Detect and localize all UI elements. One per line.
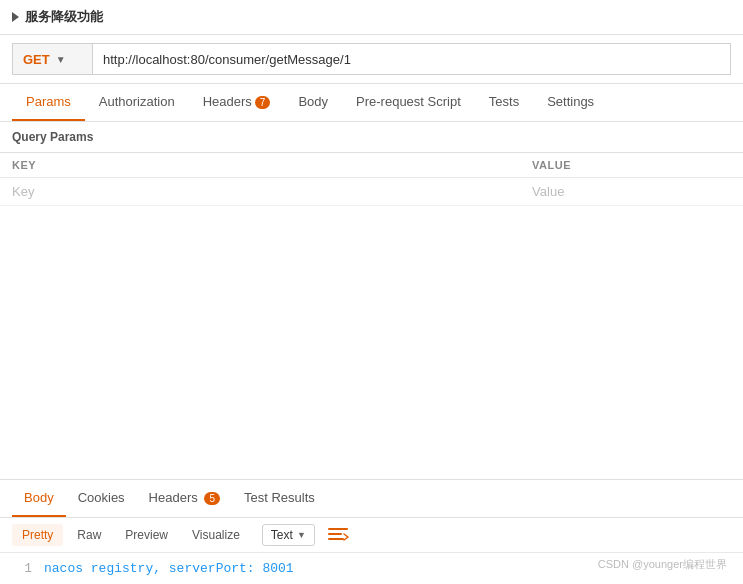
format-raw[interactable]: Raw [67, 524, 111, 546]
tab-headers[interactable]: Headers7 [189, 84, 285, 121]
chevron-down-icon: ▼ [297, 530, 306, 540]
tab-response-headers[interactable]: Headers 5 [137, 480, 232, 517]
tab-cookies[interactable]: Cookies [66, 480, 137, 517]
url-input[interactable] [92, 43, 731, 75]
tab-authorization[interactable]: Authorization [85, 84, 189, 121]
svg-rect-2 [328, 538, 344, 540]
url-bar: GET ▼ [0, 35, 743, 84]
code-content: nacos registry, serverPort: 8001 [44, 561, 294, 576]
method-select[interactable]: GET ▼ [12, 43, 92, 75]
tab-test-results[interactable]: Test Results [232, 480, 327, 517]
code-line: nacos registry, serverPort: 8001 [44, 561, 294, 576]
line-number: 1 [12, 561, 32, 576]
tab-body[interactable]: Body [284, 84, 342, 121]
response-headers-badge: 5 [204, 492, 220, 505]
svg-rect-1 [328, 533, 342, 535]
service-section: 服务降级功能 [0, 0, 743, 35]
params-table-container: KEY VALUE Key Value [0, 153, 743, 206]
headers-badge: 7 [255, 96, 271, 109]
service-title: 服务降级功能 [25, 8, 103, 26]
value-column-header: VALUE [520, 153, 743, 178]
query-params-label: Query Params [0, 122, 743, 153]
tab-settings[interactable]: Settings [533, 84, 608, 121]
response-tabs: Body Cookies Headers 5 Test Results [0, 480, 743, 518]
tab-prerequest[interactable]: Pre-request Script [342, 84, 475, 121]
format-pretty[interactable]: Pretty [12, 524, 63, 546]
watermark: CSDN @younger编程世界 [598, 557, 727, 572]
wrap-button[interactable] [327, 526, 349, 544]
params-table: KEY VALUE Key Value [0, 153, 743, 206]
tab-tests[interactable]: Tests [475, 84, 533, 121]
key-column-header: KEY [0, 153, 520, 178]
method-label: GET [23, 52, 50, 67]
empty-area [0, 206, 743, 479]
format-preview[interactable]: Preview [115, 524, 178, 546]
table-row: Key Value [0, 178, 743, 206]
format-type-select[interactable]: Text ▼ [262, 524, 315, 546]
collapse-icon[interactable] [12, 12, 19, 22]
tab-response-body[interactable]: Body [12, 480, 66, 517]
request-tabs: Params Authorization Headers7 Body Pre-r… [0, 84, 743, 122]
format-bar: Pretty Raw Preview Visualize Text ▼ [0, 518, 743, 553]
chevron-down-icon: ▼ [56, 54, 66, 65]
tab-params[interactable]: Params [12, 84, 85, 121]
value-cell[interactable]: Value [520, 178, 743, 206]
svg-rect-0 [328, 528, 348, 530]
format-visualize[interactable]: Visualize [182, 524, 250, 546]
key-cell[interactable]: Key [0, 178, 520, 206]
